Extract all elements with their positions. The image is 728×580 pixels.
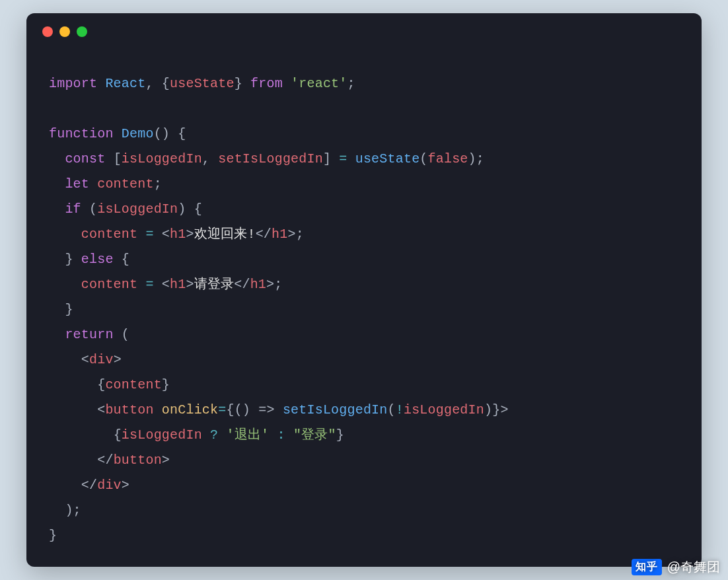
code-block: import React, {useState} from 'react'; f…	[26, 37, 702, 567]
kw-function: function	[49, 126, 114, 141]
jsx-text-login: 请登录	[194, 277, 235, 292]
fn-demo: Demo	[122, 126, 154, 141]
ident-usestate: useState	[170, 76, 235, 91]
str-logout: '退出'	[226, 427, 269, 443]
watermark-author: @奇舞团	[667, 558, 720, 576]
close-icon[interactable]	[42, 26, 53, 37]
jsx-text-welcome: 欢迎回来!	[194, 227, 256, 242]
kw-import: import	[49, 76, 97, 91]
watermark: 知乎 @奇舞团	[632, 558, 720, 576]
bool-false: false	[428, 151, 468, 166]
str-react: 'react'	[291, 76, 347, 91]
zhihu-logo-icon: 知乎	[632, 559, 662, 575]
str-login: "登录"	[293, 427, 336, 443]
ident-react: React	[105, 76, 145, 91]
minimize-icon[interactable]	[59, 26, 70, 37]
call-usestate: useState	[355, 151, 420, 166]
code-editor-window: import React, {useState} from 'react'; f…	[26, 13, 702, 567]
window-traffic-lights	[26, 13, 702, 37]
zoom-icon[interactable]	[77, 26, 87, 37]
attr-onclick: onClick	[162, 402, 218, 417]
